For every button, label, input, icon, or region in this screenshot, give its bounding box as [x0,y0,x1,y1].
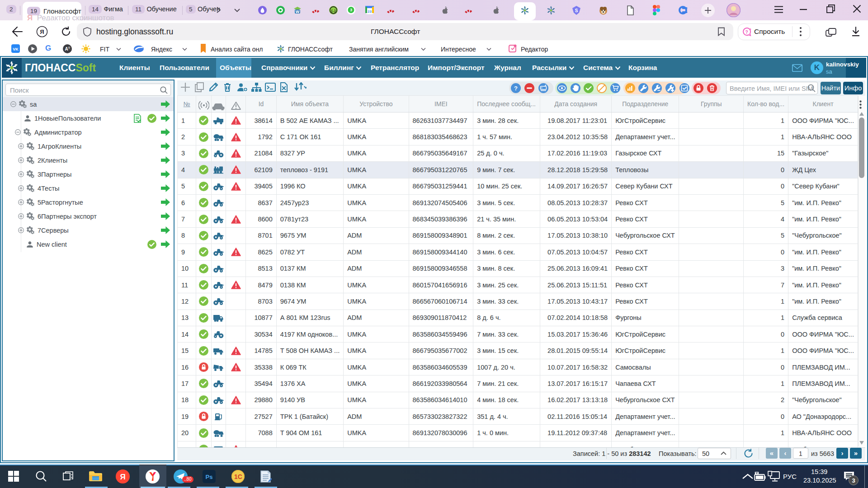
svg-text:3: 3 [350,8,352,12]
svg-text:VK: VK [13,47,19,52]
svg-text:W: W [296,9,300,14]
svg-text:23: 23 [368,9,372,14]
svg-text:?: ? [514,85,518,92]
svg-text:1С: 1С [234,473,242,480]
svg-text:?: ? [745,30,748,35]
svg-text:S: S [575,8,578,13]
svg-text:Ps: Ps [206,474,213,480]
svg-text:{..}: {..} [331,9,335,13]
svg-text:Я: Я [40,28,44,35]
svg-text:Я: Я [120,473,125,481]
svg-text:文: 文 [68,46,71,49]
